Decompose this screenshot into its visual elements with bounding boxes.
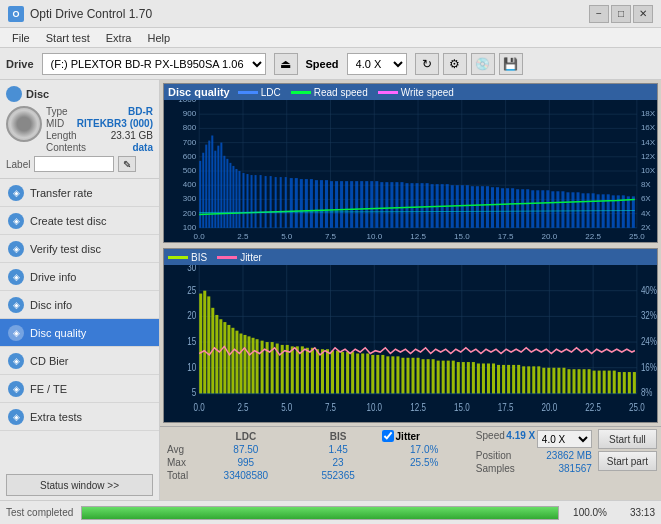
svg-rect-113 (481, 186, 484, 228)
svg-text:5: 5 (192, 386, 197, 399)
svg-rect-223 (386, 356, 389, 393)
label-input[interactable] (34, 156, 114, 172)
upper-chart-title: Disc quality (168, 86, 230, 98)
svg-rect-130 (566, 192, 569, 228)
samples-label: Samples (476, 463, 515, 474)
svg-text:20.0: 20.0 (542, 232, 558, 241)
label-edit-button[interactable]: ✎ (118, 156, 136, 172)
svg-rect-128 (556, 191, 559, 228)
stats-avg-row: Avg 87.50 1.45 17.0% (164, 443, 470, 456)
write-speed-legend-line (378, 91, 398, 94)
nav-label-verify-test-disc: Verify test disc (30, 243, 101, 255)
svg-rect-82 (325, 180, 328, 228)
svg-rect-88 (355, 181, 358, 228)
svg-rect-109 (461, 185, 464, 228)
svg-rect-123 (531, 190, 534, 228)
speed-select[interactable]: 4.0 X (347, 53, 407, 75)
svg-rect-64 (238, 171, 240, 228)
svg-rect-233 (437, 361, 440, 394)
sidebar-item-extra-tests[interactable]: ◈ Extra tests (0, 403, 159, 431)
svg-rect-87 (350, 181, 353, 228)
svg-rect-221 (376, 355, 379, 394)
svg-text:2.5: 2.5 (237, 232, 249, 241)
legend-read-speed: Read speed (291, 87, 368, 98)
svg-rect-217 (356, 353, 359, 393)
svg-rect-227 (406, 358, 409, 394)
svg-rect-93 (380, 182, 383, 228)
sidebar-item-transfer-rate[interactable]: ◈ Transfer rate (0, 179, 159, 207)
svg-rect-71 (270, 176, 272, 228)
maximize-button[interactable]: □ (611, 5, 631, 23)
svg-rect-126 (546, 190, 549, 228)
burn-button[interactable]: 💿 (471, 53, 495, 75)
svg-rect-90 (365, 181, 368, 228)
speed-icons: ↻ ⚙ 💿 💾 (415, 53, 523, 75)
drive-select[interactable]: (F:) PLEXTOR BD-R PX-LB950SA 1.06 (42, 53, 266, 75)
svg-rect-85 (340, 181, 343, 228)
svg-rect-66 (247, 174, 249, 228)
svg-rect-131 (571, 192, 574, 228)
svg-rect-143 (632, 196, 635, 227)
sidebar-item-verify-test-disc[interactable]: ◈ Verify test disc (0, 235, 159, 263)
status-window-button[interactable]: Status window >> (6, 474, 153, 496)
svg-rect-78 (305, 179, 308, 228)
sidebar-item-fe-te[interactable]: ◈ FE / TE (0, 375, 159, 403)
svg-text:20.0: 20.0 (542, 400, 558, 413)
speed-row: Speed 4.19 X 4.0 X (474, 429, 594, 449)
jitter-checkbox[interactable] (382, 430, 394, 442)
jitter-legend-label: Jitter (240, 252, 262, 263)
sidebar-item-cd-bier[interactable]: ◈ CD Bier (0, 347, 159, 375)
svg-rect-254 (542, 368, 545, 394)
upper-chart-inner: 100 200 300 400 500 600 700 800 900 1000 (164, 100, 657, 242)
contents-val: data (132, 142, 153, 153)
menu-help[interactable]: Help (139, 30, 178, 46)
eject-button[interactable]: ⏏ (274, 53, 298, 75)
svg-rect-120 (516, 189, 519, 228)
svg-rect-60 (226, 159, 228, 228)
read-speed-legend-label: Read speed (314, 87, 368, 98)
avg-jitter: 17.0% (379, 443, 470, 456)
svg-text:10: 10 (187, 360, 196, 373)
svg-rect-229 (417, 358, 420, 394)
chart-wrapper: Disc quality LDC Read speed (160, 80, 661, 500)
svg-text:2X: 2X (641, 223, 651, 232)
stats-table-container: LDC BIS Jitter Avg 87.50 (164, 429, 470, 482)
svg-rect-75 (290, 178, 293, 228)
sidebar-item-disc-quality[interactable]: ◈ Disc quality (0, 319, 159, 347)
avg-bis: 1.45 (298, 443, 379, 456)
svg-rect-207 (306, 348, 309, 394)
close-button[interactable]: ✕ (633, 5, 653, 23)
total-bis: 552365 (298, 469, 379, 482)
save-button[interactable]: 💾 (499, 53, 523, 75)
svg-rect-52 (202, 153, 204, 228)
svg-rect-255 (547, 368, 550, 394)
position-label: Position (476, 450, 512, 461)
speed-select[interactable]: 4.0 X (537, 430, 592, 448)
svg-rect-124 (536, 190, 539, 228)
menu-extra[interactable]: Extra (98, 30, 140, 46)
main-layout: Disc Type BD-R MID RITEKBR3 (000) Length (0, 80, 661, 500)
sidebar-item-drive-info[interactable]: ◈ Drive info (0, 263, 159, 291)
svg-text:7.5: 7.5 (325, 400, 337, 413)
refresh-button[interactable]: ↻ (415, 53, 439, 75)
progress-bar-container (81, 506, 559, 520)
svg-rect-183 (199, 294, 202, 394)
start-part-button[interactable]: Start part (598, 451, 657, 471)
bottom-bar: Test completed 100.0% 33:13 (0, 500, 661, 524)
svg-rect-208 (311, 348, 314, 394)
type-val: BD-R (128, 106, 153, 117)
ldc-legend-line (238, 91, 258, 94)
start-full-button[interactable]: Start full (598, 429, 657, 449)
sidebar-item-disc-info[interactable]: ◈ Disc info (0, 291, 159, 319)
nav-items: ◈ Transfer rate ◈ Create test disc ◈ Ver… (0, 179, 159, 470)
sidebar: Disc Type BD-R MID RITEKBR3 (000) Length (0, 80, 160, 500)
svg-text:17.5: 17.5 (498, 232, 514, 241)
minimize-button[interactable]: − (589, 5, 609, 23)
svg-rect-63 (235, 169, 237, 228)
menu-file[interactable]: File (4, 30, 38, 46)
sidebar-item-create-test-disc[interactable]: ◈ Create test disc (0, 207, 159, 235)
fe-te-icon: ◈ (8, 381, 24, 397)
svg-rect-195 (248, 336, 251, 393)
menu-start-test[interactable]: Start test (38, 30, 98, 46)
settings-button[interactable]: ⚙ (443, 53, 467, 75)
